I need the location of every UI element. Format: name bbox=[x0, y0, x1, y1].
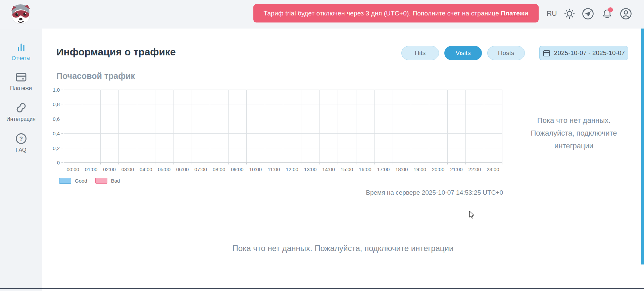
x-axis-label: 07:00 bbox=[194, 166, 207, 172]
raccoon-logo[interactable] bbox=[8, 2, 34, 25]
gridline-v bbox=[265, 90, 265, 162]
x-tick bbox=[411, 162, 411, 164]
y-axis-label: 0 bbox=[57, 160, 60, 165]
gridline-v bbox=[484, 90, 484, 162]
x-tick bbox=[210, 162, 210, 164]
gridline-v bbox=[283, 90, 283, 162]
x-axis-label: 03:00 bbox=[121, 166, 134, 172]
x-tick bbox=[192, 162, 192, 164]
y-axis-label: 0,8 bbox=[53, 101, 60, 107]
x-axis-label: 17:00 bbox=[377, 166, 390, 172]
notifications-button[interactable] bbox=[601, 7, 614, 20]
gridline-v bbox=[137, 90, 137, 162]
gridline-v bbox=[246, 90, 247, 162]
gridline-v bbox=[447, 90, 448, 162]
x-tick bbox=[338, 162, 338, 164]
sidebar-item-label: Платежи bbox=[0, 85, 42, 91]
x-axis-label: 21:00 bbox=[450, 166, 463, 172]
y-axis-label: 0,4 bbox=[53, 131, 60, 136]
sun-icon bbox=[563, 7, 576, 20]
x-tick bbox=[265, 162, 265, 164]
legend-item-good[interactable]: Good bbox=[59, 178, 87, 184]
x-tick bbox=[301, 162, 301, 164]
table-empty-message: Пока что нет данных. Пожалуйста, подключ… bbox=[42, 244, 644, 253]
tab-visits[interactable]: Visits bbox=[444, 46, 482, 60]
gridline-v bbox=[319, 90, 320, 162]
x-tick bbox=[374, 162, 375, 164]
x-axis-label: 10:00 bbox=[249, 166, 262, 172]
gridline-v bbox=[192, 90, 192, 162]
x-axis-label: 18:00 bbox=[395, 166, 408, 172]
server-time: Время на сервере 2025-10-07 14:53:25 UTC… bbox=[366, 189, 503, 196]
link-icon bbox=[15, 101, 28, 114]
account-button[interactable] bbox=[619, 7, 633, 20]
tab-hits[interactable]: Hits bbox=[401, 46, 439, 60]
bar-chart-icon bbox=[15, 41, 27, 53]
user-icon bbox=[619, 7, 633, 20]
x-tick bbox=[429, 162, 429, 164]
x-tick bbox=[356, 162, 356, 164]
gridline-v bbox=[356, 90, 356, 162]
sidebar-item-label: Интеграция bbox=[0, 116, 42, 122]
banner-payments-link[interactable]: Платежи bbox=[501, 10, 528, 17]
x-tick bbox=[283, 162, 283, 164]
x-tick bbox=[465, 162, 466, 164]
x-axis-label: 08:00 bbox=[213, 166, 226, 172]
language-switcher[interactable]: RU bbox=[547, 9, 557, 17]
date-range-picker[interactable]: 2025-10-07 - 2025-10-07 bbox=[539, 46, 628, 60]
legend-item-bad[interactable]: Bad bbox=[95, 178, 120, 184]
x-tick bbox=[393, 162, 393, 164]
gridline-v bbox=[429, 90, 429, 162]
sidebar-item-label: Отчеты bbox=[0, 55, 42, 61]
x-axis-label: 09:00 bbox=[231, 166, 244, 172]
y-tick bbox=[61, 162, 63, 163]
x-axis-label: 19:00 bbox=[413, 166, 426, 172]
sidebar-item-faq[interactable]: ? FAQ bbox=[0, 132, 42, 153]
theme-toggle-button[interactable] bbox=[563, 7, 576, 20]
telegram-button[interactable] bbox=[581, 7, 595, 20]
x-axis-label: 14:00 bbox=[322, 166, 335, 172]
y-axis-label: 0,2 bbox=[53, 145, 60, 151]
y-tick bbox=[61, 148, 63, 148]
x-axis-label: 13:00 bbox=[304, 166, 317, 172]
x-axis-label: 02:00 bbox=[103, 166, 116, 172]
vertical-scrollbar[interactable] bbox=[641, 29, 644, 264]
sidebar-item-reports[interactable]: Отчеты bbox=[0, 41, 42, 61]
x-axis-label: 20:00 bbox=[432, 166, 445, 172]
tab-hosts[interactable]: Hosts bbox=[487, 46, 525, 60]
x-tick bbox=[228, 162, 229, 164]
x-tick bbox=[174, 162, 174, 164]
svg-text:?: ? bbox=[19, 136, 22, 142]
gridline-v bbox=[502, 90, 502, 162]
x-tick bbox=[82, 162, 82, 164]
y-tick bbox=[61, 90, 63, 90]
x-tick bbox=[246, 162, 247, 164]
gridline-v bbox=[210, 90, 210, 162]
x-tick bbox=[100, 162, 101, 164]
sidebar-item-payments[interactable]: Платежи bbox=[0, 71, 42, 91]
page-title: Информация о трафике bbox=[56, 46, 176, 58]
x-axis-label: 01:00 bbox=[85, 166, 98, 172]
chart-title: Почасовой трафик bbox=[56, 71, 135, 81]
chart-legend: GoodBad bbox=[59, 178, 120, 184]
x-axis-label: 00:00 bbox=[66, 166, 79, 172]
x-axis-label: 22:00 bbox=[468, 166, 481, 172]
legend-label: Bad bbox=[111, 178, 120, 184]
x-tick bbox=[155, 162, 155, 164]
y-tick bbox=[61, 119, 63, 119]
y-axis-label: 0,6 bbox=[53, 116, 60, 122]
sidebar-item-integration[interactable]: Интеграция bbox=[0, 101, 42, 122]
x-axis-label: 04:00 bbox=[140, 166, 152, 172]
credit-card-icon bbox=[15, 71, 28, 83]
x-axis-label: 12:00 bbox=[286, 166, 298, 172]
trial-warning-banner: Тариф trial будет отключен через 3 дня (… bbox=[253, 4, 539, 22]
x-tick bbox=[502, 162, 502, 164]
x-tick bbox=[118, 162, 119, 164]
notification-dot bbox=[608, 7, 613, 12]
raccoon-icon bbox=[8, 2, 34, 25]
x-tick bbox=[137, 162, 137, 164]
gridline-v bbox=[64, 90, 64, 162]
date-range-value: 2025-10-07 - 2025-10-07 bbox=[554, 49, 625, 57]
gridline-v bbox=[82, 90, 82, 162]
gridline-v bbox=[228, 90, 229, 162]
